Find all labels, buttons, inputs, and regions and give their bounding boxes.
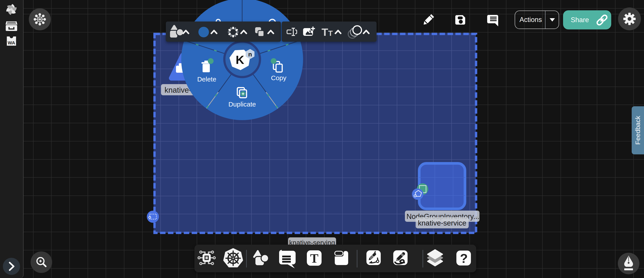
svg-text:K: K [236,53,244,66]
svg-text:n: n [248,51,252,58]
svg-text:Copy: Copy [271,74,286,81]
svg-text:Duplicate: Duplicate [228,101,256,108]
svg-text:Delete: Delete [197,76,216,83]
svg-text:knative-service: knative-service [418,219,466,227]
